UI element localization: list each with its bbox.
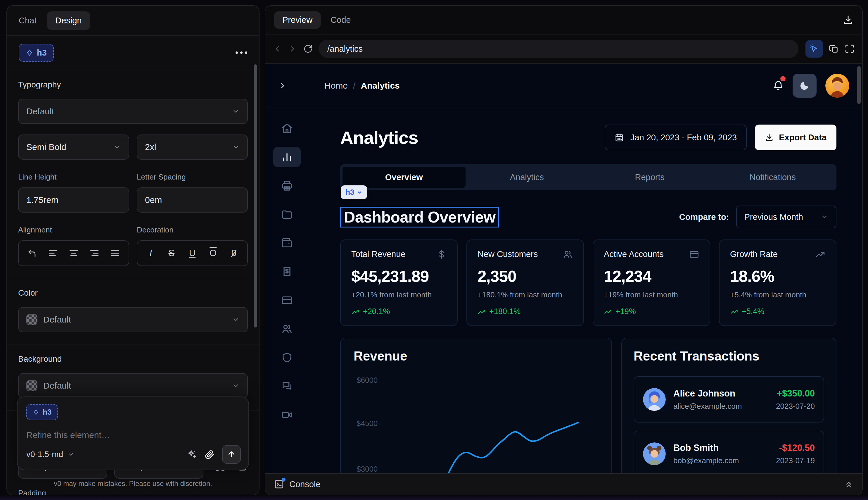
transaction-amount: -$120.50: [776, 443, 815, 453]
back-button[interactable]: [273, 44, 282, 53]
viewport-scrollbar[interactable]: [857, 66, 861, 104]
sidebar-item-security[interactable]: [273, 348, 301, 368]
italic-icon[interactable]: I: [144, 248, 157, 259]
diamond-icon: [26, 49, 33, 56]
transaction-row[interactable]: Bob Smith bob@example.com -$120.50 2023-…: [634, 431, 824, 477]
transaction-amount: +$350.00: [776, 388, 815, 399]
credit-card-icon: [281, 294, 293, 306]
align-right-icon[interactable]: [90, 248, 100, 258]
user-avatar[interactable]: [825, 74, 849, 98]
trending-up-icon: [351, 308, 359, 316]
chevron-down-icon: [67, 451, 74, 458]
send-button[interactable]: [222, 445, 241, 464]
transaction-date: 2023-07-20: [776, 402, 815, 411]
selected-element-badge[interactable]: h3: [19, 44, 54, 62]
fullscreen-button[interactable]: [845, 44, 855, 54]
breadcrumb-separator: /: [353, 81, 355, 91]
model-select[interactable]: v0-1.5-md: [26, 450, 74, 459]
no-decoration-icon[interactable]: 0: [227, 248, 240, 259]
cursor-sparkle-icon: [809, 44, 819, 54]
stat-card-active-accounts: Active Accounts 12,234 +19% from last mo…: [593, 239, 710, 326]
tab-chat[interactable]: Chat: [19, 16, 36, 25]
design-panel: Chat Design h3 Typography Default Semi B…: [7, 5, 259, 495]
theme-toggle-button[interactable]: [792, 74, 817, 98]
refresh-button[interactable]: [303, 44, 313, 54]
chevron-down-icon: [357, 190, 362, 195]
sidebar-item-home[interactable]: [273, 118, 301, 139]
sidebar-item-messages[interactable]: [273, 376, 301, 397]
design-panel-scrollbar[interactable]: [254, 64, 257, 328]
tab-reports[interactable]: Reports: [588, 167, 711, 188]
messages-icon: [281, 380, 293, 392]
transaction-date: 2023-07-19: [776, 456, 815, 465]
wallet-icon: [281, 237, 293, 249]
strikethrough-icon[interactable]: S: [165, 248, 178, 259]
section-heading[interactable]: Dashboard Overview: [340, 207, 499, 227]
tab-code[interactable]: Code: [331, 15, 351, 25]
tab-analytics[interactable]: Analytics: [465, 167, 589, 188]
address-bar[interactable]: /analytics: [319, 40, 798, 58]
sidebar-item-video[interactable]: [273, 405, 301, 425]
transactions-title: Recent Transactions: [634, 349, 824, 363]
shield-icon: [281, 352, 293, 363]
date-range-button[interactable]: Jan 20, 2023 - Feb 09, 2023: [605, 125, 747, 150]
inspect-mode-button[interactable]: [806, 40, 823, 58]
console-bar[interactable]: Console: [265, 473, 862, 495]
download-button[interactable]: [843, 15, 853, 25]
sidebar-item-analytics[interactable]: [273, 147, 301, 167]
attach-button[interactable]: [205, 450, 215, 459]
tab-design[interactable]: Design: [47, 11, 90, 30]
tab-notifications[interactable]: Notifications: [711, 167, 834, 188]
sidebar-item-customers[interactable]: [273, 319, 301, 339]
sidebar-item-cards[interactable]: [273, 290, 301, 310]
undo-icon[interactable]: [27, 248, 37, 258]
compare-select[interactable]: Previous Month: [736, 206, 837, 228]
sidebar-item-receipts[interactable]: [273, 261, 301, 282]
align-center-icon[interactable]: [69, 248, 79, 258]
forward-button[interactable]: [288, 44, 297, 53]
color-section: Color Default: [7, 279, 259, 344]
preview-panel-tabs: Preview Code: [265, 6, 862, 34]
sidebar-item-wallet[interactable]: [273, 233, 301, 253]
color-title: Color: [18, 288, 248, 298]
app-sidebar: [265, 108, 309, 495]
console-label: Console: [289, 479, 320, 489]
font-family-select[interactable]: Default: [18, 99, 248, 124]
transaction-row[interactable]: Alice Johnson alice@example.com +$350.00…: [634, 376, 824, 422]
color-select[interactable]: Default: [18, 307, 248, 332]
sidebar-item-files[interactable]: [273, 204, 301, 225]
letter-spacing-label: Letter Spacing: [137, 172, 248, 182]
element-selection-badge[interactable]: h3: [341, 185, 367, 199]
notifications-button[interactable]: [773, 80, 784, 91]
overline-icon[interactable]: O: [207, 248, 219, 259]
preview-viewport: Home / Analytics: [265, 63, 862, 495]
duplicate-window-button[interactable]: [829, 44, 839, 54]
font-size-select[interactable]: 2xl: [137, 135, 248, 160]
more-options-button[interactable]: [235, 52, 247, 54]
letter-spacing-input[interactable]: 0em: [137, 188, 248, 213]
export-data-button[interactable]: Export Data: [755, 125, 836, 150]
chevron-right-icon: [278, 81, 287, 90]
sparkles-icon: [187, 450, 197, 459]
underline-icon[interactable]: U: [186, 248, 199, 259]
sidebar-item-invoices[interactable]: [273, 175, 301, 196]
chevrons-up-icon: [844, 479, 853, 489]
breadcrumb-home[interactable]: Home: [324, 81, 348, 91]
background-select[interactable]: Default: [18, 373, 248, 398]
preview-navbar: /analytics: [265, 34, 862, 63]
sidebar-toggle-button[interactable]: [278, 81, 287, 90]
arrow-up-icon: [227, 450, 236, 459]
line-height-input[interactable]: 1.75rem: [18, 188, 129, 213]
align-left-icon[interactable]: [48, 248, 58, 258]
align-justify-icon[interactable]: [110, 248, 120, 258]
chat-element-badge[interactable]: h3: [26, 404, 58, 420]
refine-input[interactable]: Refine this element…: [26, 430, 240, 440]
console-expand-button[interactable]: [844, 479, 853, 489]
font-weight-select[interactable]: Semi Bold: [18, 135, 129, 160]
enhance-prompt-button[interactable]: [187, 450, 197, 459]
printer-icon: [281, 180, 293, 192]
tab-overview[interactable]: Overview: [343, 167, 465, 188]
tab-preview[interactable]: Preview: [274, 11, 321, 29]
dollar-icon: [437, 249, 447, 259]
selected-element-row: h3: [7, 36, 259, 70]
